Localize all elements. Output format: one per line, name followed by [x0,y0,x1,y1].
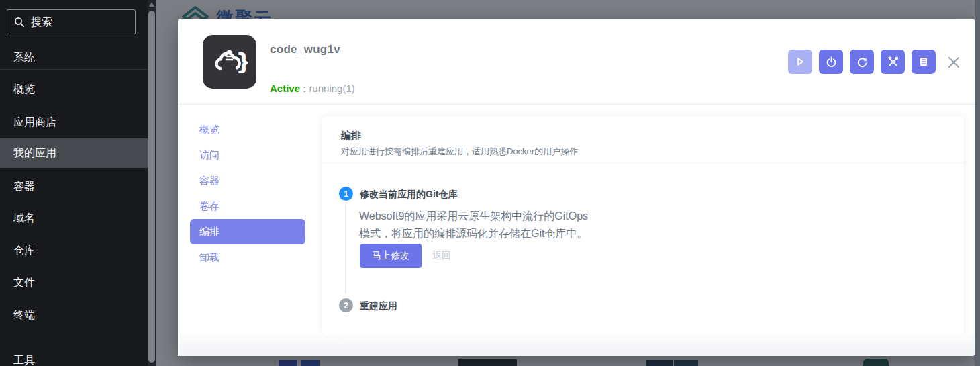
modal-nav-compose[interactable]: 编排 [190,219,305,244]
panel-divider [322,163,964,163]
step-1-badge: 1 [339,187,353,201]
sidebar-item-tools[interactable]: 工具 [0,345,148,366]
play-icon [795,56,805,67]
step-1-description: Websoft9的应用采用云原生架构中流行的GitOps 模式，将应用的编排源码… [359,208,588,242]
modal-header: } code_wug1v Active : running(1) [178,19,975,105]
stop-button[interactable] [819,50,843,74]
sidebar-item-terminal[interactable]: 终端 [0,299,148,331]
svg-text:}: } [236,48,248,75]
power-icon [826,56,837,68]
tools-button[interactable] [881,50,905,74]
step-1-title: 修改当前应用的Git仓库 [360,189,457,201]
modal-nav-volume[interactable]: 卷存 [178,193,322,219]
close-modal-button[interactable] [945,54,963,71]
step-1-description-line2: 模式，将应用的编排源码化并存储在Git仓库中。 [359,225,588,242]
logs-button[interactable] [912,50,936,74]
panel-title: 编排 [341,130,361,142]
step-2-title: 重建应用 [360,300,397,312]
sidebar-item-containers[interactable]: 容器 [0,171,148,203]
sidebar-search[interactable] [7,9,136,34]
panel-subtitle: 对应用进行按需编排后重建应用，适用熟悉Docker的用户操作 [341,146,578,158]
close-icon [946,55,961,70]
sidebar-divider [0,69,148,70]
app-status: Active : running(1) [270,83,355,94]
modal-nav-container[interactable]: 容器 [178,168,322,193]
modal-footer [178,334,975,356]
sidebar-item-overview[interactable]: 概览 [0,73,148,105]
start-button[interactable] [788,50,812,74]
step-2-badge: 2 [339,298,353,312]
refresh-icon [856,56,868,68]
app-logo: } [203,35,256,89]
back-button[interactable]: 返回 [432,250,451,262]
scrollbar-up-arrow-icon[interactable] [149,2,154,7]
search-input[interactable] [31,16,118,28]
code-server-icon: } [211,43,248,81]
modal-nav: 概览 访问 容器 卷存 编排 卸载 [178,105,322,356]
app-detail-modal: } code_wug1v Active : running(1) [178,19,975,356]
restart-button[interactable] [850,50,874,74]
sidebar-scrollbar[interactable] [148,0,156,366]
modal-nav-uninstall[interactable]: 卸载 [178,244,322,270]
sidebar-scrollbar-thumb[interactable] [148,11,155,363]
screen: 微聚云 } code_wug1v [0,0,980,366]
sidebar-item-repos[interactable]: 仓库 [0,234,148,267]
search-icon [14,17,25,28]
window-scrollbar[interactable] [975,0,980,366]
modal-nav-access[interactable]: 访问 [178,142,322,168]
sidebar-item-myapps[interactable]: 我的应用 [0,138,148,168]
modal-nav-overview[interactable]: 概览 [178,117,322,142]
wrench-screwdriver-icon [887,56,899,68]
modify-now-button[interactable]: 马上修改 [360,244,422,268]
app-name: code_wug1v [270,43,340,56]
sidebar-item-files[interactable]: 文件 [0,267,148,299]
sidebar-item-appstore[interactable]: 应用商店 [0,106,148,138]
document-icon [918,56,929,67]
status-separator: : [300,83,309,94]
status-label: Active [270,83,300,94]
step-timeline [345,205,346,294]
sidebar-item-domains[interactable]: 域名 [0,202,148,234]
app-action-buttons [788,50,936,74]
status-value: running(1) [309,83,354,94]
compose-panel: 编排 对应用进行按需编排后重建应用，适用熟悉Docker的用户操作 1 修改当前… [322,116,964,334]
step-1-description-line1: Websoft9的应用采用云原生架构中流行的GitOps [359,208,588,225]
step-1-actions: 马上修改 返回 [360,244,451,268]
sidebar: 系统 概览 应用商店 我的应用 容器 域名 仓库 文件 终端 工具 [0,0,148,366]
